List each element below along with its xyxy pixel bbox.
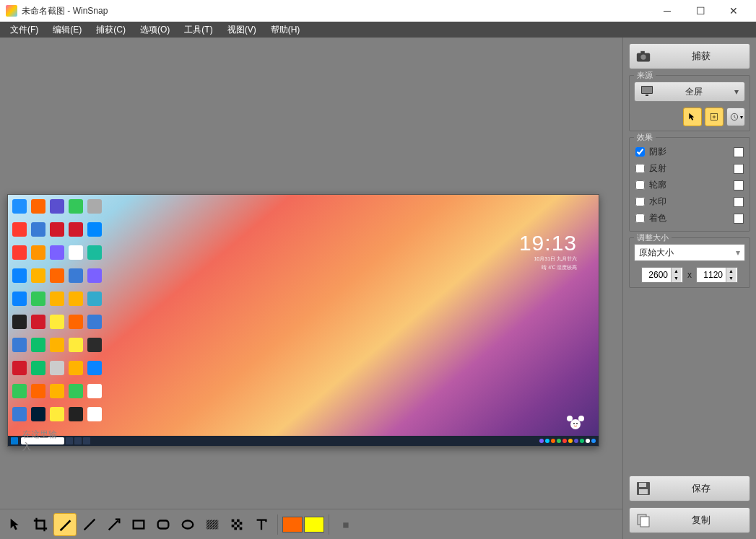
svg-point-9 (183, 520, 194, 528)
canvas-viewport[interactable]: 19:13 10月31日 九月廿六 晴 4℃ 湿度较高 在这里输入 (0, 38, 622, 509)
watermark-color[interactable] (734, 197, 744, 207)
svg-rect-11 (232, 519, 235, 522)
tool-rectangle[interactable] (127, 513, 150, 536)
desktop-icon (69, 384, 83, 398)
svg-rect-30 (639, 489, 648, 494)
mode-cursor[interactable] (683, 108, 702, 126)
menu-help[interactable]: 帮助(H) (264, 22, 308, 38)
copy-icon (635, 513, 651, 527)
desktop-icon (50, 315, 64, 329)
save-label: 保存 (659, 482, 744, 495)
source-select[interactable]: 全屏 ▾ (634, 82, 745, 102)
outline-checkbox[interactable] (635, 180, 645, 190)
menu-options[interactable]: 选项(O) (133, 22, 177, 38)
save-button[interactable]: 保存 (629, 476, 750, 501)
mode-delay[interactable]: ▾ (726, 108, 745, 126)
minimize-button[interactable]: ─ (651, 0, 684, 22)
watermark-checkbox[interactable] (635, 197, 645, 206)
desktop-icon (69, 338, 83, 352)
menu-edit[interactable]: 编辑(E) (45, 22, 89, 38)
tray-icon (545, 439, 549, 443)
svg-rect-24 (642, 87, 652, 93)
screenshot-preview[interactable]: 19:13 10月31日 九月廿六 晴 4℃ 湿度较高 在这里输入 (7, 194, 599, 447)
clock-weather: 晴 4℃ 湿度较高 (519, 264, 577, 271)
width-field[interactable] (642, 270, 671, 280)
start-icon (11, 437, 18, 444)
tool-arrow[interactable] (103, 513, 126, 536)
outline-color[interactable] (734, 180, 744, 190)
mascot-icon (565, 414, 586, 431)
color-primary[interactable] (282, 517, 303, 533)
color-secondary[interactable] (304, 517, 324, 533)
close-button[interactable]: ✕ (717, 0, 750, 22)
tool-line[interactable] (78, 513, 101, 536)
desktop-icon (31, 292, 45, 306)
desktop-icon (87, 222, 102, 237)
desktop-icon (31, 407, 45, 421)
effects-group: 效果 阴影 反射 轮廓 水印 着色 (629, 137, 750, 232)
desktop-icon (69, 361, 83, 375)
outline-label: 轮廓 (649, 179, 729, 191)
menu-file[interactable]: 文件(F) (3, 22, 45, 38)
shadow-color[interactable] (734, 147, 744, 157)
desktop-icon (12, 222, 27, 237)
clock-time: 19:13 (519, 231, 577, 255)
height-input[interactable]: ▲▼ (696, 267, 738, 283)
menu-tools[interactable]: 工具(T) (177, 22, 220, 38)
desktop-icon (12, 315, 27, 329)
desktop-icon (69, 199, 83, 214)
svg-rect-15 (232, 525, 235, 527)
desktop-icon (87, 268, 102, 283)
desktop-icon (12, 268, 27, 283)
svg-point-3 (573, 423, 575, 424)
capture-button[interactable]: 捕获 (629, 43, 750, 69)
desktop-icon (12, 361, 27, 375)
tray-icon (580, 439, 584, 443)
tool-ellipse[interactable] (176, 513, 199, 536)
tool-pixelate[interactable] (225, 513, 248, 536)
svg-rect-18 (240, 527, 243, 530)
spin-down[interactable]: ▼ (671, 275, 681, 282)
svg-point-21 (640, 54, 646, 59)
spin-up[interactable]: ▲ (726, 268, 736, 275)
desktop-icon (69, 315, 83, 329)
tool-rounded-rect[interactable] (152, 513, 175, 536)
spin-up[interactable]: ▲ (671, 268, 681, 275)
reflection-checkbox[interactable] (635, 164, 645, 173)
desktop-icon (87, 361, 102, 375)
monitor-icon (640, 85, 653, 99)
desktop-icon (31, 315, 45, 329)
tint-color[interactable] (734, 214, 744, 224)
tool-highlighter[interactable] (53, 513, 77, 536)
desktop-icon (31, 338, 45, 352)
reflection-color[interactable] (734, 164, 744, 174)
tool-text[interactable] (250, 513, 273, 536)
mode-fit[interactable] (705, 108, 724, 126)
svg-rect-7 (134, 520, 144, 528)
maximize-button[interactable]: ☐ (684, 0, 717, 22)
svg-rect-14 (240, 522, 243, 525)
svg-rect-29 (639, 483, 646, 487)
desktop-icon (12, 407, 27, 421)
tool-crop[interactable] (29, 513, 52, 536)
height-field[interactable] (697, 270, 726, 280)
desktop-icon (12, 338, 27, 352)
separator (329, 514, 329, 535)
svg-rect-17 (234, 527, 237, 530)
menu-capture[interactable]: 捕获(C) (89, 22, 133, 38)
menu-view[interactable]: 视图(V) (220, 22, 264, 38)
resize-mode-select[interactable]: 原始大小 ▾ (634, 244, 745, 261)
spin-down[interactable]: ▼ (726, 275, 736, 282)
bottom-toolbar (0, 509, 622, 539)
copy-button[interactable]: 复制 (629, 507, 750, 533)
tint-checkbox[interactable] (635, 214, 645, 223)
tool-pointer[interactable] (4, 513, 27, 536)
tool-size[interactable] (334, 513, 357, 536)
svg-rect-32 (640, 517, 649, 527)
tray-icon (539, 439, 544, 443)
shadow-checkbox[interactable] (635, 147, 645, 157)
desktop-icon (50, 384, 64, 398)
desktop-icon (87, 407, 102, 421)
width-input[interactable]: ▲▼ (641, 267, 683, 283)
tool-blur[interactable] (201, 513, 224, 536)
